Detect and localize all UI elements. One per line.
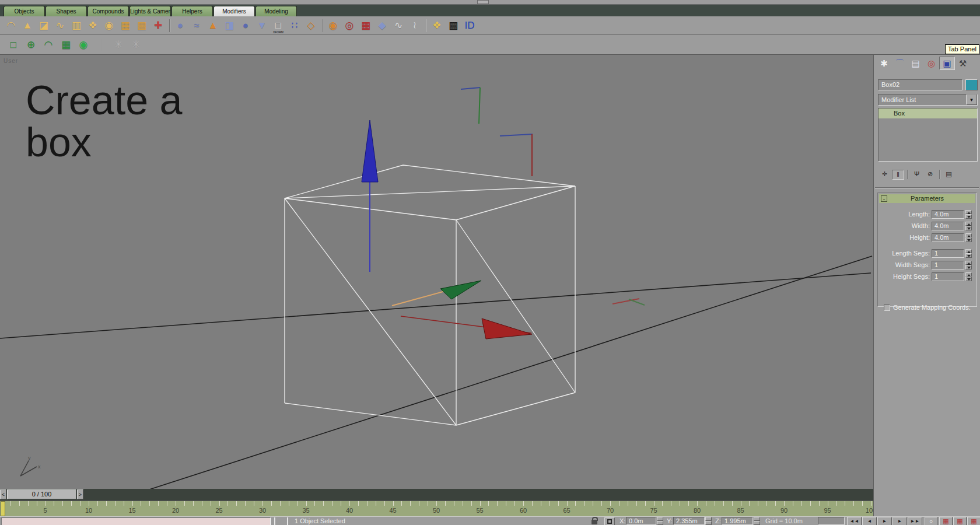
- show-end-result-button[interactable]: ‖: [892, 170, 904, 180]
- modifier-stack-item[interactable]: Box: [878, 108, 977, 118]
- spinner[interactable]: [965, 210, 972, 219]
- next-frame-button[interactable]: ►: [892, 517, 907, 525]
- display-tab[interactable]: ▣: [939, 57, 955, 70]
- spinner-up-icon[interactable]: [965, 233, 972, 238]
- toolbar-button[interactable]: [423, 18, 429, 33]
- x-coordinate-field[interactable]: 0.0m: [626, 517, 656, 525]
- parameter-value-field[interactable]: 4.0m: [932, 222, 964, 230]
- spinner[interactable]: [965, 272, 972, 281]
- spinner-down-icon[interactable]: [965, 214, 972, 219]
- point-helper-icon[interactable]: ⊕: [22, 37, 40, 52]
- y-spinner[interactable]: [705, 517, 712, 525]
- surface-deform-modifier-icon[interactable]: ❖: [429, 18, 445, 33]
- modifier-stack[interactable]: Box: [878, 108, 978, 162]
- utilities-tab[interactable]: ⚒: [955, 57, 971, 70]
- twist-modifier-icon[interactable]: ◪: [36, 18, 52, 33]
- panel-tab[interactable]: Helpers: [172, 6, 213, 16]
- poly-select-modifier-icon[interactable]: ▦: [358, 18, 374, 33]
- gizmo-y-arrow[interactable]: [440, 281, 481, 299]
- y-coordinate-field[interactable]: 2.355m: [673, 517, 705, 525]
- viewport[interactable]: x y User Create a box: [0, 55, 873, 489]
- stack-button[interactable]: [939, 170, 940, 179]
- squeeze-modifier-icon[interactable]: ❖: [85, 18, 101, 33]
- stretch-modifier-icon[interactable]: ▥: [68, 18, 85, 33]
- viewport-label[interactable]: User: [4, 58, 18, 64]
- flex-modifier-icon[interactable]: ≈: [188, 18, 205, 33]
- unwrap-uvw-modifier-icon[interactable]: ▲: [205, 18, 221, 33]
- noise-modifier-icon[interactable]: ∿: [52, 18, 68, 33]
- spinner[interactable]: [965, 222, 972, 230]
- spinner-up-icon[interactable]: [965, 222, 972, 226]
- panel-tab[interactable]: Compounds: [88, 6, 129, 16]
- gizmo-x-arrow[interactable]: [482, 318, 532, 339]
- mesh-select-modifier-icon[interactable]: ◉: [325, 18, 341, 33]
- parameter-value-field[interactable]: 4.0m: [932, 210, 964, 219]
- go-to-start-button[interactable]: ◄◄: [847, 517, 862, 525]
- modify-tab[interactable]: ⌒: [892, 57, 908, 70]
- spinner-up-icon[interactable]: [965, 210, 972, 215]
- parameter-value-field[interactable]: 4.0m: [932, 233, 964, 242]
- spinner-down-icon[interactable]: [965, 265, 972, 270]
- panel-tab[interactable]: Objects: [4, 6, 45, 16]
- chevron-down-icon[interactable]: ▼: [966, 94, 977, 105]
- grid-helper-icon[interactable]: ▦: [57, 37, 75, 52]
- spinner-up-icon[interactable]: [965, 272, 972, 277]
- configure-modifier-sets-button[interactable]: ▤: [943, 170, 955, 180]
- x-spinner[interactable]: [657, 517, 663, 525]
- material-id-modifier-icon[interactable]: ID: [461, 18, 478, 33]
- atmospheric-gizmo-icon[interactable]: ✳: [110, 37, 127, 52]
- spinner[interactable]: [965, 261, 972, 270]
- create-tab[interactable]: ✱: [876, 57, 892, 70]
- time-slider[interactable]: 0 / 100: [7, 489, 76, 499]
- rollout-header[interactable]: - Parameters: [879, 194, 975, 203]
- track-bar-ruler[interactable]: 5101520253035404550556065707580859095100: [0, 501, 873, 516]
- parameter-value-field[interactable]: 1: [932, 261, 964, 270]
- transform-gizmo[interactable]: [362, 120, 532, 339]
- play-button[interactable]: ►: [877, 517, 892, 525]
- previous-frame-button[interactable]: ◄: [862, 517, 877, 525]
- spinner-down-icon[interactable]: [965, 237, 972, 242]
- mirror-modifier-icon[interactable]: ◨: [221, 18, 237, 33]
- min-max-toggle-button[interactable]: ▦: [939, 517, 953, 525]
- extrude-modifier-icon[interactable]: ▼: [254, 18, 270, 33]
- ffd-box-modifier-icon[interactable]: ▦: [117, 18, 134, 33]
- spinner-down-icon[interactable]: [965, 276, 972, 281]
- dummy-helper-icon[interactable]: □: [5, 37, 22, 52]
- toolbar-button[interactable]: [166, 18, 172, 33]
- bend-modifier-icon[interactable]: ◠: [3, 18, 19, 33]
- vertex-select-modifier-icon[interactable]: ∿: [390, 18, 407, 33]
- selection-lock-icon[interactable]: [592, 520, 597, 524]
- go-to-end-button[interactable]: ►►: [908, 517, 922, 525]
- next-frame-arrow[interactable]: >: [77, 489, 83, 499]
- object-color-swatch[interactable]: [965, 79, 978, 90]
- xform-modifier-icon[interactable]: □ XFORM: [270, 18, 286, 33]
- camera-point-helper-icon[interactable]: ◉: [75, 37, 92, 52]
- spinner-up-icon[interactable]: [965, 249, 972, 254]
- hierarchy-tab[interactable]: ▤: [908, 57, 923, 70]
- z-coordinate-field[interactable]: 1.995m: [722, 517, 753, 525]
- spinner[interactable]: [965, 249, 972, 258]
- panel-tab[interactable]: Lights & Cameras: [130, 6, 171, 16]
- spinner[interactable]: [965, 233, 972, 242]
- parameter-value-field[interactable]: 1: [932, 249, 964, 258]
- material-modifier-icon[interactable]: ▩: [445, 18, 461, 33]
- ffd-select-modifier-icon[interactable]: ◇: [303, 18, 319, 33]
- ffd-cylinder-modifier-icon[interactable]: ▩: [134, 18, 150, 33]
- modifier-list-dropdown[interactable]: Modifier List ▼: [878, 94, 978, 106]
- spinner-down-icon[interactable]: [965, 226, 972, 230]
- viewport-layout-button[interactable]: ▦: [953, 517, 967, 525]
- gizmo-z-arrow[interactable]: [362, 120, 378, 182]
- panel-tab[interactable]: Shapes: [46, 6, 87, 16]
- melt-modifier-icon[interactable]: ●: [172, 18, 188, 33]
- object-name-field[interactable]: Box02: [878, 79, 963, 90]
- spinner-up-icon[interactable]: [965, 261, 972, 265]
- panel-tab[interactable]: Modeling: [256, 6, 297, 16]
- motion-tab[interactable]: ◎: [923, 57, 939, 70]
- panel-tab[interactable]: Modifiers: [214, 6, 255, 16]
- time-slider-handle[interactable]: [1, 501, 5, 516]
- make-unique-button[interactable]: Ψ: [911, 170, 923, 180]
- spinner-down-icon[interactable]: [965, 253, 972, 258]
- spline-select-modifier-icon[interactable]: ◆: [374, 18, 390, 33]
- segment-select-modifier-icon[interactable]: ≀: [407, 18, 423, 33]
- patch-select-modifier-icon[interactable]: ◎: [341, 18, 358, 33]
